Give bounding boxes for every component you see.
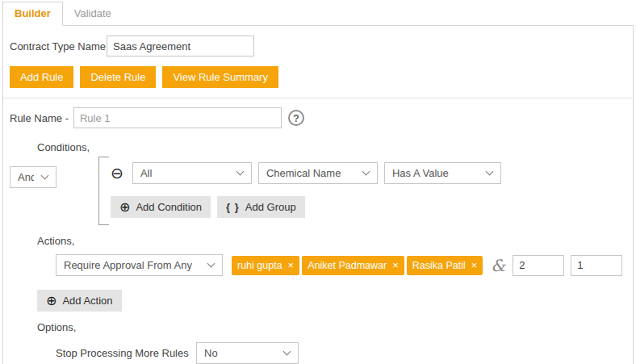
stop-processing-dropdown[interactable]: No [196,342,299,364]
rule-name-label: Rule Name - [10,112,69,124]
add-rule-button[interactable]: Add Rule [10,66,73,88]
chevron-down-icon [207,260,215,268]
group-match-value: All [140,167,152,179]
contract-type-name-label: Contract Type Name [10,40,107,52]
approver-tag[interactable]: Aniket Padmawar × [302,256,404,275]
stop-processing-value: No [204,347,218,359]
remove-tag-icon[interactable]: × [392,261,399,270]
condition-operator-dropdown[interactable]: Has A Value [384,162,501,184]
rule-toolbar: Add Rule Delete Rule View Rule Summary [3,65,633,98]
chevron-down-icon [362,168,370,176]
actions-section: Actions, Require Approval From Any ruhi … [3,235,633,312]
approver-tag[interactable]: ruhi gupta × [232,256,299,275]
chevron-down-icon [283,348,291,356]
help-icon[interactable]: ? [288,110,304,126]
tab-validate[interactable]: Validate [63,2,123,25]
options-row: Stop Processing More Rules No [56,342,633,364]
chevron-down-icon [236,168,244,176]
rule-builder-app: Builder Validate Contract Type Name Add … [2,2,634,364]
condition-row: ⊖ All Chemical Name Has A Value [111,162,501,184]
action-type-value: Require Approval From Any [64,259,192,271]
rule-name-input[interactable] [73,107,282,128]
contract-type-name-input[interactable] [107,36,254,56]
approver-name: Aniket Padmawar [308,260,387,271]
condition-connector-dropdown[interactable]: And [10,166,56,188]
approver-tags: ruhi gupta × Aniket Padmawar × Rasika Pa… [232,256,485,275]
rule-name-row: Rule Name - ? [3,98,633,132]
delete-rule-button[interactable]: Delete Rule [80,66,156,88]
chevron-down-icon [485,168,493,176]
condition-operator-value: Has A Value [392,167,449,179]
plus-circle-icon: ⊕ [119,202,130,213]
add-action-label: Add Action [62,295,112,307]
chevron-down-icon [41,172,49,180]
condition-connector-value: And [18,171,34,183]
remove-tag-icon[interactable]: × [471,261,478,270]
add-action-button[interactable]: ⊕ Add Action [37,290,122,312]
approver-name: ruhi gupta [237,260,282,271]
conditions-section: Conditions, And ⊖ All Chemical [3,141,633,225]
tab-bar: Builder Validate [2,2,634,25]
conditions-body: And ⊖ All Chemical Name [10,157,633,225]
options-label: Options, [37,321,633,333]
approval-count-input[interactable] [513,255,564,276]
condition-field-value: Chemical Name [266,167,341,179]
remove-condition-icon[interactable]: ⊖ [111,167,123,180]
action-type-dropdown[interactable]: Require Approval From Any [56,254,223,276]
contract-type-row: Contract Type Name [3,26,633,65]
approver-name: Rasika Patil [412,260,466,271]
approval-order-input[interactable] [571,255,622,276]
add-group-button[interactable]: { } Add Group [217,196,305,218]
view-rule-summary-button[interactable]: View Rule Summary [162,66,278,88]
ampersand-icon: & [491,256,505,275]
condition-actions-row: ⊕ Add Condition { } Add Group [111,196,501,218]
add-condition-label: Add Condition [136,201,202,213]
stop-processing-label: Stop Processing More Rules [56,347,196,359]
approver-tag[interactable]: Rasika Patil × [407,256,483,275]
actions-label: Actions, [37,235,633,247]
add-condition-button[interactable]: ⊕ Add Condition [111,196,211,218]
action-row: Require Approval From Any ruhi gupta × A… [56,254,633,276]
group-match-dropdown[interactable]: All [132,162,252,184]
condition-field-dropdown[interactable]: Chemical Name [258,162,378,184]
conditions-label: Conditions, [37,141,633,153]
options-section: Options, Stop Processing More Rules No [3,321,633,364]
group-bracket [98,157,109,225]
add-group-label: Add Group [245,201,296,213]
braces-icon: { } [226,201,240,213]
plus-circle-icon: ⊕ [46,295,56,307]
remove-tag-icon[interactable]: × [288,261,295,270]
tab-builder[interactable]: Builder [2,2,63,26]
builder-panel: Contract Type Name Add Rule Delete Rule … [2,25,634,364]
condition-group: ⊖ All Chemical Name Has A Value [109,157,501,225]
